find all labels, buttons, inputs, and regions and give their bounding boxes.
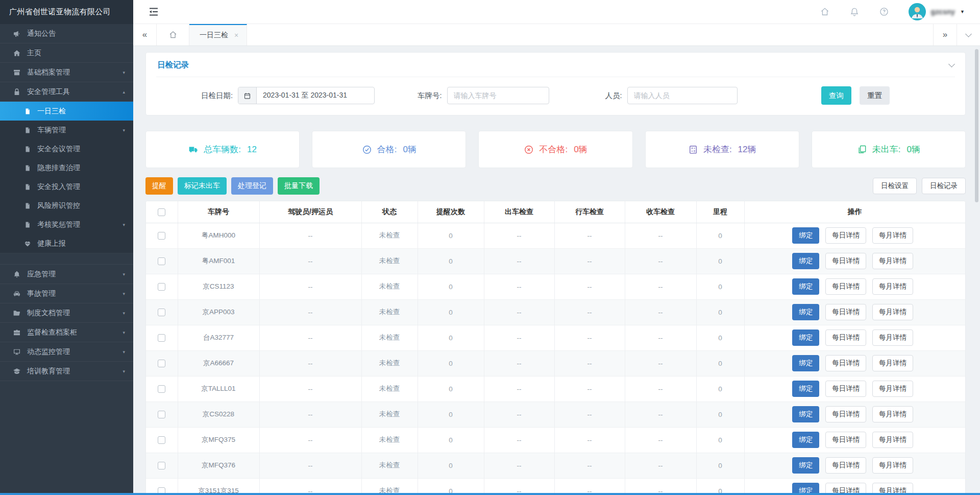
- return-check-cell: --: [625, 248, 696, 274]
- sidebar-item-accident[interactable]: 事故管理 ▾: [0, 284, 133, 303]
- reset-button[interactable]: 重置: [860, 86, 890, 105]
- collapse-chevron-icon[interactable]: [948, 61, 955, 67]
- status-cell: 未检查: [361, 453, 418, 478]
- sidebar-item-hazard-investigation[interactable]: 隐患排查治理: [0, 158, 133, 177]
- sidebar-item-label: 应急管理: [27, 270, 56, 279]
- row-checkbox[interactable]: [158, 411, 165, 418]
- home-icon[interactable]: [820, 7, 830, 17]
- daily-detail-button[interactable]: 每日详情: [825, 278, 866, 295]
- sidebar-item-risk-identification[interactable]: 风险辨识管控: [0, 196, 133, 215]
- bind-button[interactable]: 绑定: [792, 457, 819, 474]
- monthly-detail-button[interactable]: 每月详情: [872, 227, 913, 244]
- bind-button[interactable]: 绑定: [792, 381, 819, 397]
- monthly-detail-button[interactable]: 每月详情: [872, 304, 913, 320]
- sidebar-item-notice[interactable]: 通知公告: [0, 24, 133, 43]
- operations-cell: 绑定 每日详情 每月详情: [744, 350, 965, 376]
- bind-button[interactable]: 绑定: [792, 329, 819, 346]
- monthly-detail-button[interactable]: 每月详情: [872, 457, 913, 474]
- tabs-scroll-left-button[interactable]: «: [133, 24, 157, 45]
- return-check-cell: --: [625, 274, 696, 299]
- tab-home[interactable]: [157, 24, 189, 45]
- row-select-cell: [146, 299, 178, 325]
- daily-detail-button[interactable]: 每日详情: [825, 304, 866, 320]
- tabs-scroll-right-button[interactable]: »: [933, 24, 957, 45]
- monthly-detail-button[interactable]: 每月详情: [872, 278, 913, 295]
- notification-bell-icon[interactable]: [849, 7, 860, 17]
- sidebar-item-assessment-rewards[interactable]: 考核奖惩管理 ▾: [0, 215, 133, 234]
- table-row: 粤AMH000 -- 未检查 0 -- -- -- 0 绑定 每日详情 每月详: [146, 223, 965, 248]
- close-icon[interactable]: ×: [234, 31, 238, 39]
- bind-button[interactable]: 绑定: [792, 304, 819, 320]
- batch-download-button[interactable]: 批量下载: [278, 177, 320, 195]
- row-checkbox[interactable]: [158, 232, 165, 240]
- sidebar-item-safety-meeting[interactable]: 安全会议管理: [0, 139, 133, 158]
- daily-check-records-button[interactable]: 日检记录: [922, 178, 966, 194]
- row-checkbox[interactable]: [158, 257, 165, 265]
- sidebar-item-policy-documents[interactable]: 制度文档管理 ▾: [0, 303, 133, 323]
- daily-detail-button[interactable]: 每日详情: [825, 253, 866, 269]
- mark-no-depart-button[interactable]: 标记未出车: [178, 177, 227, 195]
- stat-value: 0辆: [907, 144, 920, 155]
- bind-button[interactable]: 绑定: [792, 253, 819, 269]
- sidebar-item-vehicle-management[interactable]: 车辆管理 ▾: [0, 121, 133, 139]
- sidebar-item-safety-tools[interactable]: 安全管理工具 ▴: [0, 82, 133, 102]
- sidebar-item-daily-three-checks[interactable]: 一日三检: [0, 102, 133, 121]
- daily-detail-button[interactable]: 每日详情: [825, 432, 866, 448]
- remind-button[interactable]: 提醒: [145, 177, 173, 195]
- monthly-detail-button[interactable]: 每月详情: [872, 355, 913, 371]
- plate-cell: 京CS0228: [178, 402, 259, 427]
- stats-row: 总车辆数: 12 合格: 0辆 不合格: 0辆 未检查: 12辆 未出车:: [145, 131, 966, 168]
- sidebar-item-safety-investment[interactable]: 安全投入管理: [0, 177, 133, 196]
- daily-detail-button[interactable]: 每日详情: [825, 381, 866, 397]
- row-checkbox[interactable]: [158, 309, 165, 316]
- sidebar-item-dynamic-monitoring[interactable]: 动态监控管理 ▾: [0, 342, 133, 362]
- user-menu[interactable]: gzcsny ▼: [909, 3, 965, 20]
- monthly-detail-button[interactable]: 每月详情: [872, 253, 913, 269]
- date-range-input[interactable]: 2023-01-31 至 2023-01-31: [238, 87, 375, 104]
- tab-bar: « 一日三检 × »: [133, 24, 980, 46]
- vertical-scrollbar-thumb[interactable]: [975, 49, 978, 202]
- row-checkbox[interactable]: [158, 283, 165, 291]
- sidebar-item-emergency[interactable]: 应急管理 ▾: [0, 265, 133, 284]
- bind-button[interactable]: 绑定: [792, 432, 819, 448]
- driving-check-cell: --: [554, 299, 625, 325]
- monthly-detail-button[interactable]: 每月详情: [872, 381, 913, 397]
- bell-icon: [13, 270, 21, 278]
- car-icon: [13, 290, 21, 298]
- table-row: 京TALLL01 -- 未检查 0 -- -- -- 0 绑定 每日详情 每月: [146, 376, 965, 402]
- bind-button[interactable]: 绑定: [792, 355, 819, 371]
- handle-register-button[interactable]: 处理登记: [231, 177, 273, 195]
- monthly-detail-button[interactable]: 每月详情: [872, 329, 913, 346]
- daily-check-settings-button[interactable]: 日检设置: [873, 178, 917, 194]
- row-checkbox[interactable]: [158, 436, 165, 444]
- daily-detail-button[interactable]: 每日详情: [825, 457, 866, 474]
- bind-button[interactable]: 绑定: [792, 406, 819, 422]
- sidebar-collapse-icon[interactable]: [148, 6, 160, 18]
- tabs-menu-button[interactable]: [957, 24, 980, 45]
- plate-input[interactable]: [448, 91, 549, 100]
- row-checkbox[interactable]: [158, 334, 165, 342]
- tab-daily-three-checks[interactable]: 一日三检 ×: [189, 24, 247, 45]
- sidebar-item-supervision-cabinet[interactable]: 监督检查档案柜 ▾: [0, 323, 133, 342]
- sidebar-item-basic-archives[interactable]: 基础档案管理 ▾: [0, 63, 133, 82]
- daily-detail-button[interactable]: 每日详情: [825, 227, 866, 244]
- person-input[interactable]: [628, 91, 737, 100]
- daily-detail-button[interactable]: 每日详情: [825, 329, 866, 346]
- select-all-checkbox[interactable]: [158, 208, 165, 216]
- row-checkbox[interactable]: [158, 385, 165, 393]
- monthly-detail-button[interactable]: 每月详情: [872, 432, 913, 448]
- mileage-cell: 0: [696, 274, 744, 299]
- monthly-detail-button[interactable]: 每月详情: [872, 406, 913, 422]
- bind-button[interactable]: 绑定: [792, 227, 819, 244]
- daily-detail-button[interactable]: 每日详情: [825, 355, 866, 371]
- sidebar-item-health-report[interactable]: 健康上报: [0, 234, 133, 253]
- sidebar-item-home[interactable]: 主页: [0, 43, 133, 63]
- search-button[interactable]: 查询: [821, 86, 851, 105]
- daily-detail-button[interactable]: 每日详情: [825, 406, 866, 422]
- sidebar-item-training-education[interactable]: 培训教育管理 ▾: [0, 362, 133, 381]
- row-checkbox[interactable]: [158, 462, 165, 469]
- row-checkbox[interactable]: [158, 360, 165, 367]
- help-icon[interactable]: [879, 7, 889, 17]
- table-row: 京A66667 -- 未检查 0 -- -- -- 0 绑定 每日详情 每月详: [146, 350, 965, 376]
- bind-button[interactable]: 绑定: [792, 278, 819, 295]
